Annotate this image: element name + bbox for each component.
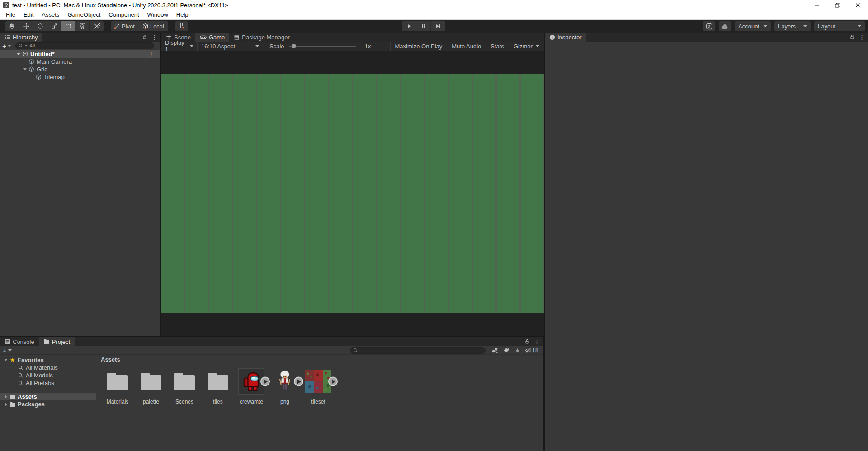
scene-row-untitled[interactable]: Untitled* ⋮	[0, 50, 160, 58]
chevron-down-icon	[803, 25, 807, 27]
expander-icon[interactable]	[5, 403, 7, 406]
menu-gameobject[interactable]: GameObject	[63, 11, 104, 18]
tab-package-manager[interactable]: Package Manager	[229, 33, 294, 42]
step-button[interactable]	[431, 21, 445, 31]
hierarchy-add-button[interactable]: +	[2, 42, 11, 49]
folder-icon	[43, 339, 50, 344]
menu-edit[interactable]: Edit	[19, 11, 38, 18]
move-tool-button[interactable]	[19, 21, 33, 31]
folder-icon	[141, 375, 161, 390]
gizmos-dropdown[interactable]: Gizmos	[509, 42, 544, 51]
scale-slider-track[interactable]	[289, 46, 356, 47]
rect-tool-button[interactable]	[61, 21, 75, 31]
stats-button[interactable]: Stats	[486, 42, 509, 51]
search-by-label-button[interactable]	[500, 347, 512, 354]
asset-item-materials[interactable]: Materials	[101, 367, 134, 405]
asset-item-tileset[interactable]: tileset	[302, 367, 335, 405]
menu-assets[interactable]: Assets	[38, 11, 63, 18]
pause-button[interactable]	[416, 21, 431, 31]
scale-tool-button[interactable]	[47, 21, 61, 31]
expander-icon[interactable]	[23, 68, 27, 70]
unlock-icon[interactable]	[849, 34, 855, 40]
tree-item-favorites[interactable]: ★ Favorites	[0, 356, 96, 364]
aspect-dropdown[interactable]: 16:10 Aspect	[197, 42, 263, 51]
search-by-type-button[interactable]	[489, 347, 500, 354]
hierarchy-search-input[interactable]	[29, 43, 151, 48]
menu-file[interactable]: File	[2, 11, 19, 18]
kebab-menu-icon[interactable]: ⋮	[151, 34, 157, 40]
project-add-button[interactable]: +	[3, 347, 12, 354]
project-search-input[interactable]	[359, 348, 482, 353]
asset-item-palette[interactable]: palette	[134, 367, 168, 405]
tree-item-all-prefabs[interactable]: All Prefabs	[0, 379, 96, 387]
tree-item-label: All Prefabs	[26, 380, 54, 386]
tab-console[interactable]: Console	[0, 337, 39, 346]
transform-tools-group	[5, 21, 104, 31]
tree-item-all-models[interactable]: All Models	[0, 371, 96, 379]
kebab-menu-icon[interactable]: ⋮	[148, 51, 160, 57]
inspector-tabstrip: Inspector ⋮	[545, 33, 868, 42]
pivot-toggle[interactable]: Pivot	[111, 21, 139, 31]
layers-dropdown[interactable]: Layers	[774, 21, 811, 31]
tab-inspector[interactable]: Inspector	[545, 33, 586, 42]
tab-game[interactable]: Game	[195, 33, 229, 42]
unlock-icon[interactable]	[142, 34, 148, 40]
search-favorites-button[interactable]: ★	[512, 347, 523, 354]
asset-item-scenes[interactable]: Scenes	[168, 367, 201, 405]
minimize-button[interactable]	[807, 0, 827, 10]
asset-label: png	[280, 399, 289, 405]
hierarchy-search[interactable]	[15, 42, 154, 49]
expander-icon[interactable]	[5, 395, 7, 399]
kebab-menu-icon[interactable]: ⋮	[534, 339, 540, 345]
menu-window[interactable]: Window	[143, 11, 172, 18]
tab-project[interactable]: Project	[39, 337, 75, 346]
hand-tool-button[interactable]	[5, 21, 19, 31]
scale-slider-knob[interactable]	[292, 44, 296, 48]
unlock-icon[interactable]	[524, 338, 530, 345]
search-filter-caret-icon[interactable]	[25, 45, 28, 46]
toolbar-right-group: Account Layers Layout	[703, 21, 865, 31]
grid-snap-button[interactable]	[175, 21, 188, 31]
menu-component[interactable]: Component	[104, 11, 143, 18]
expand-sprite-button[interactable]	[260, 377, 270, 386]
project-content: Assets Materials palette Scenes tiles	[96, 355, 543, 451]
project-search[interactable]	[350, 347, 486, 354]
menu-help[interactable]: Help	[172, 11, 193, 18]
asset-item-png[interactable]: png	[268, 367, 302, 405]
cloud-button[interactable]	[719, 21, 731, 31]
custom-tool-button[interactable]	[90, 21, 104, 31]
hierarchy-item-tilemap[interactable]: Tilemap	[0, 73, 160, 81]
asset-label: Materials	[107, 399, 129, 405]
tree-item-all-materials[interactable]: All Materials	[0, 364, 96, 371]
game-viewport[interactable]	[161, 51, 544, 336]
close-button[interactable]	[848, 0, 868, 10]
unity-scene-icon	[22, 51, 28, 57]
tree-item-packages[interactable]: Packages	[0, 400, 96, 408]
layout-dropdown[interactable]: Layout	[814, 21, 865, 31]
tree-item-assets[interactable]: Assets	[0, 393, 96, 400]
local-toggle[interactable]: Local	[139, 21, 168, 31]
hierarchy-item-grid[interactable]: Grid	[0, 66, 160, 73]
asset-item-tiles[interactable]: tiles	[201, 367, 235, 405]
plastic-scm-button[interactable]	[703, 21, 715, 31]
hierarchy-tabstrip: Hierarchy ⋮	[0, 33, 160, 42]
expand-sprite-button[interactable]	[294, 377, 303, 386]
asset-item-crewamte[interactable]: crewamte	[235, 367, 268, 405]
rotate-tool-button[interactable]	[33, 21, 47, 31]
hierarchy-item-main-camera[interactable]: Main Camera	[0, 58, 160, 66]
mute-audio-button[interactable]: Mute Audio	[447, 42, 486, 51]
restore-button[interactable]	[827, 0, 848, 10]
tab-hierarchy[interactable]: Hierarchy	[0, 33, 42, 42]
maximize-on-play-button[interactable]: Maximize On Play	[390, 42, 447, 51]
expand-sprite-button[interactable]	[328, 377, 338, 386]
expander-icon[interactable]	[4, 359, 8, 361]
play-button[interactable]	[402, 21, 416, 31]
display-dropdown[interactable]: Display 1	[161, 42, 197, 51]
expander-icon[interactable]	[17, 53, 20, 55]
account-dropdown[interactable]: Account	[735, 21, 771, 31]
gameobject-cube-icon	[28, 66, 35, 73]
transform-tool-button[interactable]	[75, 21, 90, 31]
bottom-tabstrip: Console Project ⋮	[0, 337, 543, 346]
hidden-packages-toggle[interactable]: 18	[523, 347, 540, 354]
kebab-menu-icon[interactable]: ⋮	[859, 34, 865, 40]
